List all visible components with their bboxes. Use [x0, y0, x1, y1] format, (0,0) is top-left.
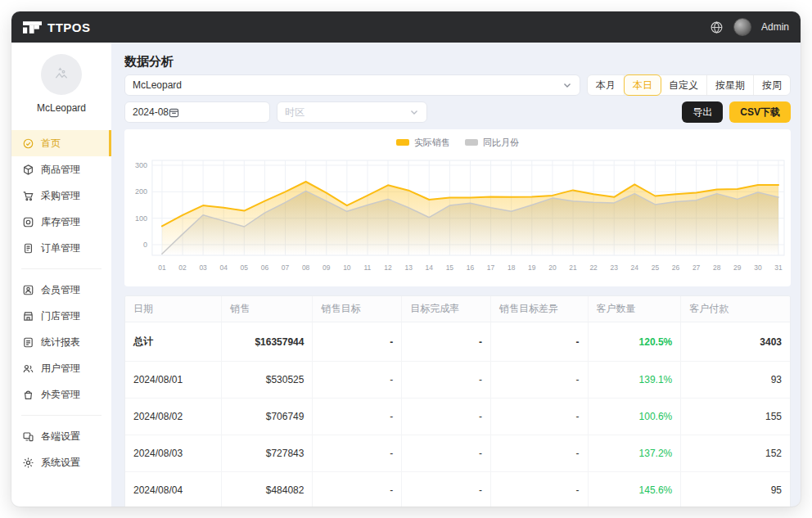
- legend-swatch: [396, 139, 409, 146]
- svg-text:24: 24: [631, 264, 639, 272]
- takeout-icon: [22, 389, 34, 401]
- range-tab-4[interactable]: 按周: [754, 75, 790, 95]
- svg-text:18: 18: [508, 264, 516, 272]
- date-range-tabs: 本月本日自定义按星期按周: [587, 74, 791, 96]
- sidebar: McLeopard 首页商品管理采购管理库存管理订单管理会员管理门店管理统计报表…: [11, 43, 111, 507]
- admin-label[interactable]: Admin: [761, 21, 789, 33]
- svg-text:17: 17: [487, 264, 495, 272]
- svg-text:27: 27: [692, 264, 701, 272]
- legend-item[interactable]: 实际销售: [396, 137, 450, 149]
- calendar-icon: [169, 107, 179, 118]
- table-row: 2024/08/02$706749---100.6%155: [125, 399, 790, 435]
- table-cell: $706749: [222, 399, 313, 435]
- brand: TTPOS: [23, 20, 91, 34]
- table-cell: 2024/08/02: [125, 399, 222, 435]
- sidebar-item-devices[interactable]: 各端设置: [11, 423, 111, 449]
- legend-label: 实际销售: [414, 137, 450, 149]
- legend-swatch: [465, 139, 478, 146]
- svg-text:13: 13: [404, 264, 413, 272]
- svg-text:19: 19: [528, 264, 536, 272]
- sidebar-item-label: 系统设置: [41, 456, 80, 470]
- svg-text:06: 06: [261, 264, 269, 272]
- range-tab-1[interactable]: 本日: [624, 74, 661, 96]
- table-cell: -: [491, 472, 589, 507]
- month-picker[interactable]: 2024-08: [124, 101, 270, 123]
- sidebar-item-order[interactable]: 订单管理: [11, 235, 111, 261]
- table-cell: 120.5%: [588, 322, 681, 362]
- store-select[interactable]: McLeopard: [124, 74, 580, 96]
- table-cell: 152: [681, 435, 790, 472]
- table-cell: 总计: [125, 322, 222, 362]
- svg-text:100: 100: [135, 214, 147, 223]
- chevron-down-icon: [562, 80, 572, 90]
- svg-text:15: 15: [446, 264, 454, 272]
- sidebar-divider: [21, 415, 102, 416]
- table-cell: -: [491, 362, 589, 399]
- table-cell: $484082: [222, 472, 313, 507]
- table-cell: $530525: [222, 362, 313, 399]
- svg-text:09: 09: [323, 264, 331, 272]
- svg-text:26: 26: [672, 264, 680, 272]
- svg-text:20: 20: [548, 264, 557, 272]
- table-cell: -: [313, 472, 402, 507]
- report-icon: [22, 336, 34, 349]
- svg-text:12: 12: [384, 264, 392, 272]
- sidebar-item-label: 会员管理: [41, 283, 80, 297]
- svg-text:05: 05: [241, 264, 249, 272]
- table-header-0: 日期: [125, 296, 222, 322]
- table-cell: -: [402, 472, 491, 507]
- timezone-select[interactable]: 时区: [277, 101, 427, 123]
- inventory-icon: [22, 216, 34, 228]
- table-cell: -: [402, 399, 491, 435]
- sidebar-item-store[interactable]: 门店管理: [11, 303, 111, 329]
- store-icon: [22, 310, 34, 322]
- sidebar-item-label: 首页: [41, 137, 61, 151]
- table-cell: 155: [681, 399, 790, 435]
- admin-avatar[interactable]: [733, 18, 751, 36]
- sidebar-item-settings[interactable]: 系统设置: [11, 449, 111, 475]
- svg-text:14: 14: [426, 264, 434, 272]
- image-placeholder-icon: [53, 66, 70, 83]
- sidebar-item-report[interactable]: 统计报表: [11, 329, 111, 355]
- sidebar-item-users[interactable]: 用户管理: [11, 355, 111, 381]
- main-content: 数据分析 McLeopard 本月本日自定义按星期按周 2024-08 时区: [111, 43, 801, 507]
- table-header-1: 销售: [222, 296, 313, 322]
- sidebar-item-inventory[interactable]: 库存管理: [11, 209, 111, 235]
- table-cell: -: [313, 435, 402, 472]
- table-cell: -: [402, 322, 491, 362]
- range-tab-0[interactable]: 本月: [588, 75, 625, 95]
- sidebar-item-label: 订单管理: [41, 241, 80, 255]
- range-tab-3[interactable]: 按星期: [707, 75, 754, 95]
- table-header-6: 客户付款: [681, 296, 790, 322]
- svg-text:21: 21: [569, 264, 577, 272]
- svg-text:04: 04: [220, 264, 228, 272]
- merchant-avatar[interactable]: [41, 54, 82, 95]
- sidebar-item-member[interactable]: 会员管理: [11, 277, 111, 303]
- sidebar-item-product[interactable]: 商品管理: [11, 156, 111, 182]
- table-cell: -: [402, 362, 491, 399]
- sidebar-item-takeout[interactable]: 外卖管理: [11, 381, 111, 408]
- sidebar-menu: 首页商品管理采购管理库存管理订单管理会员管理门店管理统计报表用户管理外卖管理各端…: [11, 130, 111, 475]
- table-cell: -: [402, 435, 491, 472]
- sidebar-item-home[interactable]: 首页: [11, 130, 111, 156]
- table-cell: -: [491, 399, 589, 435]
- store-select-value: McLeopard: [133, 79, 182, 91]
- sidebar-item-label: 商品管理: [41, 163, 80, 177]
- chevron-down-icon: [409, 107, 419, 117]
- svg-text:23: 23: [610, 264, 618, 272]
- language-globe-icon[interactable]: [710, 20, 724, 34]
- sidebar-item-label: 用户管理: [41, 362, 80, 376]
- sidebar-item-purchase[interactable]: 采购管理: [11, 182, 111, 209]
- table-cell: $16357944: [222, 322, 313, 362]
- sidebar-item-label: 外卖管理: [41, 388, 80, 402]
- order-icon: [22, 242, 34, 254]
- table-header-3: 目标完成率: [402, 296, 491, 322]
- table-cell: 2024/08/04: [125, 472, 222, 507]
- range-tab-2[interactable]: 自定义: [661, 75, 707, 95]
- top-bar: TTPOS Admin: [11, 11, 801, 43]
- svg-text:28: 28: [713, 264, 721, 272]
- csv-download-button[interactable]: CSV下载: [729, 101, 791, 123]
- export-button[interactable]: 导出: [682, 101, 723, 123]
- legend-item[interactable]: 同比月份: [465, 137, 519, 149]
- sidebar-divider: [21, 268, 102, 269]
